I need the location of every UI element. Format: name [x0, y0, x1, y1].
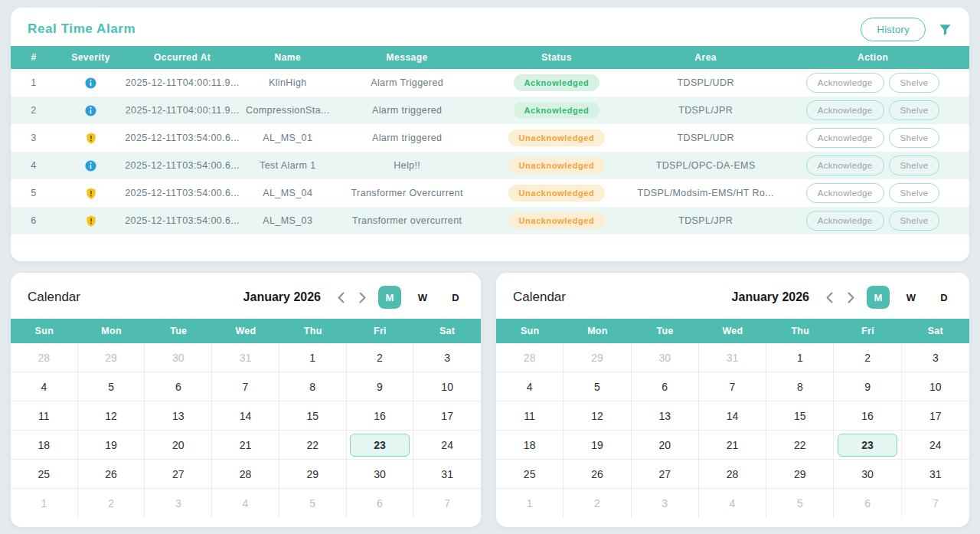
- calendar-day[interactable]: 7: [699, 372, 766, 401]
- view-month-button[interactable]: M: [378, 286, 401, 309]
- calendar-day[interactable]: 14: [212, 401, 279, 431]
- shelve-button[interactable]: Shelve: [889, 183, 940, 203]
- calendar-day[interactable]: 20: [632, 431, 699, 460]
- view-week-button[interactable]: W: [900, 286, 923, 309]
- calendar-day[interactable]: 19: [564, 431, 631, 460]
- calendar-day[interactable]: 14: [699, 401, 766, 431]
- calendar-day[interactable]: 26: [78, 460, 145, 489]
- calendar-day[interactable]: 26: [564, 460, 631, 489]
- calendar-day[interactable]: 8: [279, 372, 347, 401]
- calendar-day[interactable]: 31: [902, 460, 969, 489]
- calendar-day[interactable]: 1: [496, 489, 564, 518]
- calendar-day[interactable]: 6: [347, 489, 414, 518]
- view-month-button[interactable]: M: [867, 286, 890, 309]
- acknowledge-button[interactable]: Acknowledge: [806, 183, 884, 203]
- calendar-day[interactable]: 6: [632, 372, 699, 401]
- calendar-day[interactable]: 22: [279, 431, 347, 460]
- acknowledge-button[interactable]: Acknowledge: [806, 156, 884, 175]
- calendar-day[interactable]: 3: [632, 489, 699, 518]
- calendar-day[interactable]: 28: [496, 343, 564, 372]
- shelve-button[interactable]: Shelve: [889, 100, 940, 120]
- calendar-day[interactable]: 2: [564, 489, 631, 518]
- history-button[interactable]: History: [861, 18, 926, 41]
- calendar-day[interactable]: 29: [78, 343, 145, 372]
- view-day-button[interactable]: D: [933, 286, 956, 309]
- calendar-day[interactable]: 7: [212, 372, 279, 401]
- calendar-day[interactable]: 18: [496, 431, 564, 460]
- calendar-day[interactable]: 4: [11, 372, 78, 401]
- calendar-day[interactable]: 17: [902, 401, 969, 431]
- calendar-day[interactable]: 4: [699, 489, 766, 518]
- calendar-day[interactable]: 5: [78, 372, 145, 401]
- calendar-day[interactable]: 31: [212, 343, 279, 372]
- calendar-day[interactable]: 3: [413, 343, 481, 372]
- calendar-day[interactable]: 1: [11, 489, 78, 518]
- calendar-day[interactable]: 9: [834, 372, 901, 401]
- calendar-day[interactable]: 3: [902, 343, 969, 372]
- acknowledge-button[interactable]: Acknowledge: [806, 73, 884, 93]
- calendar-day[interactable]: 19: [78, 431, 145, 460]
- calendar-day[interactable]: 30: [632, 343, 699, 372]
- view-day-button[interactable]: D: [444, 286, 467, 309]
- calendar-day[interactable]: 18: [11, 431, 78, 460]
- calendar-day[interactable]: 7: [902, 489, 969, 518]
- calendar-day[interactable]: 10: [902, 372, 969, 401]
- calendar-day[interactable]: 21: [212, 431, 279, 460]
- calendar-day[interactable]: 6: [145, 372, 212, 401]
- shelve-button[interactable]: Shelve: [889, 156, 940, 175]
- calendar-day[interactable]: 28: [212, 460, 279, 489]
- chevron-right-icon[interactable]: [845, 290, 857, 306]
- calendar-day[interactable]: 11: [496, 401, 564, 431]
- calendar-day[interactable]: 13: [632, 401, 699, 431]
- calendar-day[interactable]: 13: [145, 401, 212, 431]
- shelve-button[interactable]: Shelve: [889, 73, 940, 93]
- calendar-day[interactable]: 5: [766, 489, 834, 518]
- calendar-day[interactable]: 30: [145, 343, 212, 372]
- shelve-button[interactable]: Shelve: [889, 211, 940, 231]
- calendar-day[interactable]: 7: [413, 489, 481, 518]
- calendar-day[interactable]: 16: [834, 401, 901, 431]
- calendar-day[interactable]: 17: [413, 401, 481, 431]
- calendar-day[interactable]: 15: [279, 401, 347, 431]
- calendar-day[interactable]: 12: [78, 401, 145, 431]
- calendar-day[interactable]: 22: [766, 431, 834, 460]
- chevron-left-icon[interactable]: [824, 290, 835, 306]
- calendar-day[interactable]: 21: [699, 431, 766, 460]
- calendar-day[interactable]: 8: [766, 372, 834, 401]
- calendar-day[interactable]: 11: [11, 401, 78, 431]
- calendar-day[interactable]: 27: [145, 460, 212, 489]
- calendar-day[interactable]: 23: [347, 431, 414, 460]
- calendar-day[interactable]: 4: [496, 372, 564, 401]
- calendar-day[interactable]: 15: [766, 401, 834, 431]
- calendar-day[interactable]: 30: [834, 460, 901, 489]
- acknowledge-button[interactable]: Acknowledge: [806, 211, 884, 231]
- calendar-day[interactable]: 23: [834, 431, 901, 460]
- calendar-day[interactable]: 16: [347, 401, 414, 431]
- calendar-day[interactable]: 20: [145, 431, 212, 460]
- calendar-day[interactable]: 29: [279, 460, 347, 489]
- filter-icon[interactable]: [938, 22, 952, 37]
- calendar-day[interactable]: 2: [347, 343, 414, 372]
- calendar-day[interactable]: 30: [347, 460, 414, 489]
- calendar-day[interactable]: 28: [699, 460, 766, 489]
- acknowledge-button[interactable]: Acknowledge: [806, 100, 884, 120]
- calendar-day[interactable]: 6: [834, 489, 901, 518]
- calendar-day[interactable]: 28: [11, 343, 78, 372]
- chevron-right-icon[interactable]: [357, 290, 368, 306]
- calendar-day[interactable]: 1: [279, 343, 347, 372]
- calendar-day[interactable]: 29: [766, 460, 834, 489]
- calendar-day[interactable]: 31: [413, 460, 481, 489]
- calendar-day[interactable]: 5: [279, 489, 347, 518]
- calendar-day[interactable]: 4: [212, 489, 279, 518]
- calendar-day[interactable]: 9: [347, 372, 414, 401]
- calendar-day[interactable]: 29: [564, 343, 631, 372]
- calendar-day[interactable]: 25: [496, 460, 564, 489]
- calendar-day[interactable]: 10: [413, 372, 481, 401]
- calendar-day[interactable]: 27: [632, 460, 699, 489]
- calendar-day[interactable]: 5: [564, 372, 631, 401]
- calendar-day[interactable]: 3: [145, 489, 212, 518]
- view-week-button[interactable]: W: [411, 286, 434, 309]
- calendar-day[interactable]: 12: [564, 401, 631, 431]
- calendar-day[interactable]: 25: [11, 460, 78, 489]
- shelve-button[interactable]: Shelve: [889, 128, 940, 148]
